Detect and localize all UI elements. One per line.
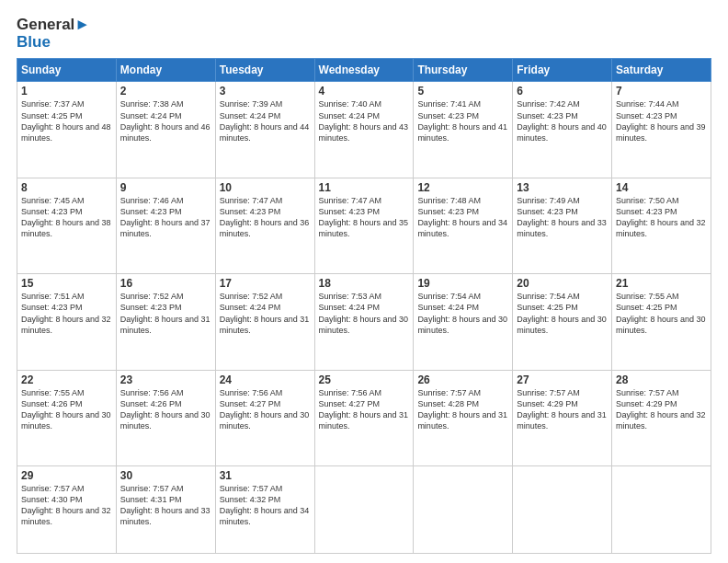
calendar-cell: 15 Sunrise: 7:51 AMSunset: 4:23 PMDaylig… <box>17 274 117 370</box>
calendar-cell: 30 Sunrise: 7:57 AMSunset: 4:31 PMDaylig… <box>116 466 215 554</box>
cell-info: Sunrise: 7:57 AMSunset: 4:32 PMDaylight:… <box>220 483 311 528</box>
weekday-header: Monday <box>116 59 215 82</box>
day-number: 12 <box>417 181 508 194</box>
day-number: 30 <box>120 469 211 482</box>
cell-info: Sunrise: 7:49 AMSunset: 4:23 PMDaylight:… <box>517 195 608 240</box>
cell-info: Sunrise: 7:57 AMSunset: 4:31 PMDaylight:… <box>120 483 211 528</box>
weekday-header: Tuesday <box>215 59 314 82</box>
day-number: 13 <box>517 181 608 194</box>
day-number: 5 <box>417 85 508 98</box>
cell-info: Sunrise: 7:38 AMSunset: 4:24 PMDaylight:… <box>120 98 211 144</box>
calendar-week-row: 29 Sunrise: 7:57 AMSunset: 4:30 PMDaylig… <box>17 466 711 554</box>
calendar-cell: 16 Sunrise: 7:52 AMSunset: 4:23 PMDaylig… <box>116 274 215 370</box>
cell-info: Sunrise: 7:52 AMSunset: 4:24 PMDaylight:… <box>220 291 311 336</box>
day-number: 25 <box>319 373 410 386</box>
logo-line1: General► <box>17 17 90 34</box>
calendar-cell: 3 Sunrise: 7:39 AMSunset: 4:24 PMDayligh… <box>215 82 314 178</box>
day-number: 7 <box>616 85 707 98</box>
day-number: 22 <box>21 373 112 386</box>
cell-info: Sunrise: 7:44 AMSunset: 4:23 PMDaylight:… <box>616 98 707 144</box>
calendar-cell: 17 Sunrise: 7:52 AMSunset: 4:24 PMDaylig… <box>215 274 314 370</box>
day-number: 15 <box>21 277 112 290</box>
cell-info: Sunrise: 7:56 AMSunset: 4:27 PMDaylight:… <box>220 387 311 432</box>
calendar-week-row: 8 Sunrise: 7:45 AMSunset: 4:23 PMDayligh… <box>17 178 711 273</box>
calendar-week-row: 1 Sunrise: 7:37 AMSunset: 4:25 PMDayligh… <box>17 82 711 178</box>
calendar-cell: 6 Sunrise: 7:42 AMSunset: 4:23 PMDayligh… <box>513 82 612 178</box>
calendar-cell <box>314 466 414 554</box>
calendar-cell: 11 Sunrise: 7:47 AMSunset: 4:23 PMDaylig… <box>314 178 414 273</box>
calendar-cell <box>513 466 612 554</box>
day-number: 17 <box>220 277 311 290</box>
cell-info: Sunrise: 7:48 AMSunset: 4:23 PMDaylight:… <box>417 195 508 240</box>
calendar-cell: 5 Sunrise: 7:41 AMSunset: 4:23 PMDayligh… <box>414 82 513 178</box>
cell-info: Sunrise: 7:55 AMSunset: 4:26 PMDaylight:… <box>21 387 112 432</box>
calendar-cell: 18 Sunrise: 7:53 AMSunset: 4:24 PMDaylig… <box>314 274 414 370</box>
cell-info: Sunrise: 7:51 AMSunset: 4:23 PMDaylight:… <box>21 291 112 336</box>
day-number: 16 <box>120 277 211 290</box>
calendar-cell: 14 Sunrise: 7:50 AMSunset: 4:23 PMDaylig… <box>612 178 711 273</box>
day-number: 24 <box>220 373 311 386</box>
weekday-header: Friday <box>513 59 612 82</box>
weekday-header: Saturday <box>612 59 711 82</box>
day-number: 1 <box>21 85 112 98</box>
calendar-cell: 9 Sunrise: 7:46 AMSunset: 4:23 PMDayligh… <box>116 178 215 273</box>
weekday-header: Thursday <box>414 59 513 82</box>
weekday-header: Wednesday <box>314 59 414 82</box>
calendar-cell: 19 Sunrise: 7:54 AMSunset: 4:24 PMDaylig… <box>414 274 513 370</box>
day-number: 23 <box>120 373 211 386</box>
cell-info: Sunrise: 7:56 AMSunset: 4:27 PMDaylight:… <box>319 387 410 432</box>
day-number: 21 <box>616 277 707 290</box>
calendar-cell: 13 Sunrise: 7:49 AMSunset: 4:23 PMDaylig… <box>513 178 612 273</box>
cell-info: Sunrise: 7:57 AMSunset: 4:29 PMDaylight:… <box>517 387 608 432</box>
calendar-table: SundayMondayTuesdayWednesdayThursdayFrid… <box>17 58 711 554</box>
calendar-cell: 21 Sunrise: 7:55 AMSunset: 4:25 PMDaylig… <box>612 274 711 370</box>
calendar-cell: 27 Sunrise: 7:57 AMSunset: 4:29 PMDaylig… <box>513 370 612 465</box>
header: General► Blue <box>17 17 711 51</box>
day-number: 27 <box>517 373 608 386</box>
logo-line2: Blue <box>17 34 90 52</box>
calendar-cell: 2 Sunrise: 7:38 AMSunset: 4:24 PMDayligh… <box>116 82 215 178</box>
cell-info: Sunrise: 7:57 AMSunset: 4:28 PMDaylight:… <box>417 387 508 432</box>
day-number: 6 <box>517 85 608 98</box>
day-number: 31 <box>220 469 311 482</box>
cell-info: Sunrise: 7:50 AMSunset: 4:23 PMDaylight:… <box>616 195 707 240</box>
cell-info: Sunrise: 7:54 AMSunset: 4:25 PMDaylight:… <box>517 291 608 336</box>
cell-info: Sunrise: 7:37 AMSunset: 4:25 PMDaylight:… <box>21 98 112 144</box>
day-number: 4 <box>319 85 410 98</box>
cell-info: Sunrise: 7:52 AMSunset: 4:23 PMDaylight:… <box>120 291 211 336</box>
day-number: 2 <box>120 85 211 98</box>
cell-info: Sunrise: 7:47 AMSunset: 4:23 PMDaylight:… <box>220 195 311 240</box>
day-number: 14 <box>616 181 707 194</box>
cell-info: Sunrise: 7:45 AMSunset: 4:23 PMDaylight:… <box>21 195 112 240</box>
calendar-cell: 12 Sunrise: 7:48 AMSunset: 4:23 PMDaylig… <box>414 178 513 273</box>
cell-info: Sunrise: 7:39 AMSunset: 4:24 PMDaylight:… <box>220 98 311 144</box>
calendar-cell: 25 Sunrise: 7:56 AMSunset: 4:27 PMDaylig… <box>314 370 414 465</box>
cell-info: Sunrise: 7:57 AMSunset: 4:29 PMDaylight:… <box>616 387 707 432</box>
cell-info: Sunrise: 7:57 AMSunset: 4:30 PMDaylight:… <box>21 483 112 528</box>
day-number: 10 <box>220 181 311 194</box>
calendar-cell: 20 Sunrise: 7:54 AMSunset: 4:25 PMDaylig… <box>513 274 612 370</box>
calendar-cell: 29 Sunrise: 7:57 AMSunset: 4:30 PMDaylig… <box>17 466 117 554</box>
day-number: 28 <box>616 373 707 386</box>
calendar-cell: 8 Sunrise: 7:45 AMSunset: 4:23 PMDayligh… <box>17 178 117 273</box>
day-number: 18 <box>319 277 410 290</box>
calendar-cell: 1 Sunrise: 7:37 AMSunset: 4:25 PMDayligh… <box>17 82 117 178</box>
calendar-cell: 7 Sunrise: 7:44 AMSunset: 4:23 PMDayligh… <box>612 82 711 178</box>
cell-info: Sunrise: 7:56 AMSunset: 4:26 PMDaylight:… <box>120 387 211 432</box>
day-number: 19 <box>417 277 508 290</box>
calendar-cell: 4 Sunrise: 7:40 AMSunset: 4:24 PMDayligh… <box>314 82 414 178</box>
day-number: 26 <box>417 373 508 386</box>
cell-info: Sunrise: 7:55 AMSunset: 4:25 PMDaylight:… <box>616 291 707 336</box>
calendar-cell <box>612 466 711 554</box>
calendar-cell: 23 Sunrise: 7:56 AMSunset: 4:26 PMDaylig… <box>116 370 215 465</box>
page: General► Blue SundayMondayTuesdayWednesd… <box>0 0 728 563</box>
cell-info: Sunrise: 7:54 AMSunset: 4:24 PMDaylight:… <box>417 291 508 336</box>
calendar-cell: 10 Sunrise: 7:47 AMSunset: 4:23 PMDaylig… <box>215 178 314 273</box>
calendar-cell <box>414 466 513 554</box>
day-number: 9 <box>120 181 211 194</box>
weekday-header: Sunday <box>17 59 117 82</box>
cell-info: Sunrise: 7:53 AMSunset: 4:24 PMDaylight:… <box>319 291 410 336</box>
day-number: 11 <box>319 181 410 194</box>
day-number: 29 <box>21 469 112 482</box>
cell-info: Sunrise: 7:47 AMSunset: 4:23 PMDaylight:… <box>319 195 410 240</box>
